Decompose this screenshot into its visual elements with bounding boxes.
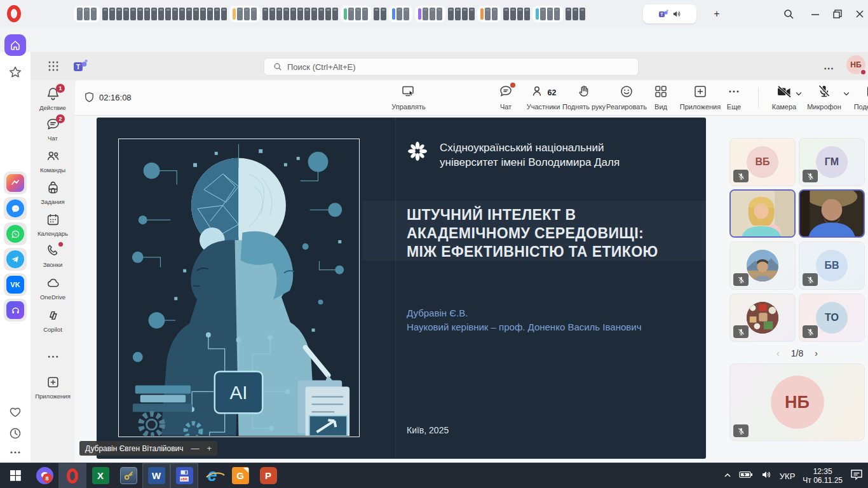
participant-tile[interactable]: ТО (799, 294, 865, 342)
participant-tile[interactable]: ВБ (729, 138, 796, 186)
opera-logo-icon[interactable] (7, 5, 21, 22)
browser-tab[interactable] (503, 8, 509, 20)
browser-tab[interactable] (462, 8, 468, 20)
browser-tab[interactable] (172, 8, 178, 20)
browser-tab[interactable] (580, 8, 585, 20)
sidebar-heart-icon[interactable] (4, 400, 27, 423)
home-button[interactable] (4, 34, 26, 56)
browser-tab[interactable] (116, 8, 122, 20)
vk-icon[interactable]: VK (4, 273, 27, 296)
browser-tab[interactable] (214, 8, 220, 20)
music-app-icon[interactable] (4, 299, 27, 322)
browser-tab[interactable] (276, 8, 282, 20)
sidebar-item-teams[interactable]: Команды (31, 149, 75, 173)
browser-tab[interactable] (397, 8, 402, 20)
participant-video-tile[interactable] (729, 189, 796, 238)
prev-page-icon[interactable]: ‹ (776, 348, 780, 358)
browser-tab[interactable] (283, 8, 289, 20)
browser-tab[interactable] (403, 8, 409, 20)
browser-tab[interactable] (448, 8, 454, 20)
tab-group-pill[interactable] (344, 8, 347, 20)
browser-tab[interactable] (91, 8, 97, 20)
browser-tab[interactable] (524, 8, 530, 20)
browser-tab[interactable] (297, 8, 303, 20)
browser-tab[interactable] (144, 8, 150, 20)
browser-tab[interactable] (423, 8, 428, 20)
participant-tile[interactable]: БВ (799, 241, 865, 290)
next-page-icon[interactable]: › (815, 348, 818, 358)
zoom-out-button[interactable]: — (191, 444, 200, 453)
profile-avatar[interactable]: НБ (846, 55, 865, 74)
browser-tab[interactable] (207, 8, 213, 20)
taskbar-g-app[interactable]: G (226, 463, 254, 488)
browser-tab[interactable] (137, 8, 143, 20)
topbar-more-icon[interactable]: ⋯ (824, 62, 835, 74)
minimize-button[interactable] (810, 8, 821, 20)
active-tab-teams[interactable]: T (643, 4, 696, 24)
tab-group-pill[interactable] (536, 8, 539, 20)
sidebar-item-onedrive[interactable]: OneDrive (31, 276, 75, 301)
tab-audio-icon[interactable] (672, 10, 681, 18)
browser-tab[interactable] (237, 8, 243, 20)
taskbar-internet-explorer[interactable]: e (198, 463, 226, 488)
browser-tab[interactable] (262, 8, 268, 20)
telegram-icon[interactable] (4, 248, 27, 271)
whatsapp-icon[interactable] (4, 222, 27, 245)
sidebar-more-button[interactable] (31, 349, 75, 367)
browser-tab[interactable] (554, 8, 560, 20)
sidebar-item-chat[interactable]: 2 Чат (31, 117, 75, 142)
browser-tab[interactable] (469, 8, 475, 20)
new-tab-button[interactable]: + (710, 8, 723, 20)
browser-tab[interactable] (517, 8, 523, 20)
sidebar-item-calls[interactable]: Звонки (31, 243, 75, 268)
camera-chevron-icon[interactable] (795, 89, 803, 100)
browser-tab[interactable] (244, 8, 250, 20)
browser-tab[interactable] (290, 8, 296, 20)
participant-tile-large[interactable]: НБ (729, 363, 865, 441)
browser-tab[interactable] (186, 8, 192, 20)
more-button[interactable]: Еще (718, 84, 750, 111)
browser-tab[interactable] (200, 8, 206, 20)
browser-tab[interactable] (547, 8, 553, 20)
mic-chevron-icon[interactable] (843, 89, 850, 100)
browser-tab[interactable] (566, 8, 571, 20)
chat-button[interactable]: Чат (487, 84, 525, 111)
language-indicator[interactable]: УКР (780, 471, 796, 481)
sidebar-item-activity[interactable]: 1 Действие (31, 86, 75, 111)
participant-tile[interactable]: ГМ (799, 138, 865, 186)
tab-group-pill[interactable] (418, 8, 421, 20)
action-center-icon[interactable] (850, 469, 863, 483)
restore-button[interactable] (832, 8, 843, 20)
bookmarks-star-icon[interactable] (4, 61, 27, 84)
browser-tab[interactable] (430, 8, 435, 20)
taskbar-powerpoint[interactable]: P (254, 463, 282, 488)
browser-search-icon[interactable] (783, 8, 794, 20)
teams-search-input[interactable]: Поиск (Ctrl+Alt+E) (264, 58, 639, 76)
browser-tab[interactable] (318, 8, 324, 20)
presentation-slide[interactable]: AI Східноукраїнський національний універ… (97, 118, 706, 459)
browser-tab[interactable] (325, 8, 331, 20)
taskbar-word[interactable]: W (142, 463, 170, 488)
browser-tab[interactable] (348, 8, 354, 20)
sidebar-more-icon[interactable] (4, 441, 27, 464)
browser-tab[interactable] (355, 8, 361, 20)
clock[interactable]: 12:35 Чт 06.11.25 (803, 467, 843, 485)
sidebar-item-copilot[interactable]: Copilot (31, 308, 75, 333)
participant-tile[interactable] (729, 241, 796, 290)
browser-tab[interactable] (573, 8, 578, 20)
browser-tab[interactable] (109, 8, 115, 20)
browser-tab[interactable] (362, 8, 368, 20)
battery-icon[interactable] (739, 470, 753, 482)
taskbar-key-app[interactable] (114, 463, 142, 488)
share-button[interactable]: Поделиться (851, 84, 868, 111)
start-button[interactable] (0, 463, 31, 488)
browser-tab[interactable] (374, 8, 379, 20)
tab-group-pill[interactable] (233, 8, 236, 20)
sidebar-item-calendar[interactable]: Календарь (31, 212, 75, 237)
taskbar-excel[interactable]: X (86, 463, 114, 488)
view-button[interactable]: Вид (642, 84, 680, 111)
browser-tab[interactable] (84, 8, 90, 20)
browser-tab[interactable] (269, 8, 275, 20)
manage-button[interactable]: Управлять (390, 84, 428, 111)
browser-tab[interactable] (193, 8, 199, 20)
